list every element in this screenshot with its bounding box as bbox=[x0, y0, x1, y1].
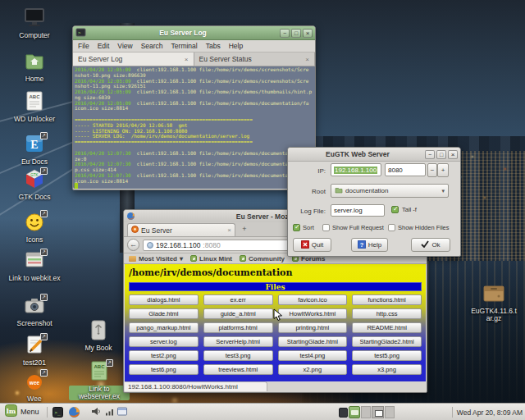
logfile-field[interactable]: server.log bbox=[331, 204, 385, 217]
file-link-button[interactable]: guide_a.html bbox=[203, 308, 273, 319]
dialog-titlebar[interactable]: EuGTK Web Server bbox=[288, 148, 460, 162]
workspace-2[interactable] bbox=[372, 406, 384, 418]
file-link-button[interactable]: functions.html bbox=[352, 294, 422, 305]
menu-item[interactable]: Edit bbox=[98, 42, 110, 50]
file-link-button[interactable]: test4.png bbox=[278, 350, 348, 361]
quit-button[interactable]: Quit bbox=[293, 238, 331, 252]
maximize-button[interactable] bbox=[436, 150, 446, 159]
file-link-button[interactable]: x3.png bbox=[352, 364, 422, 375]
desktop-icon-my-book[interactable]: My Book bbox=[75, 321, 121, 352]
check-icon bbox=[421, 240, 429, 249]
desktop-icon-eu-docs[interactable]: E Eu Docs bbox=[11, 135, 57, 166]
tab-close-icon[interactable]: × bbox=[185, 56, 189, 63]
tail-checkbox[interactable] bbox=[391, 206, 399, 213]
menu-item[interactable]: Terminal bbox=[171, 42, 198, 50]
file-link-button[interactable]: http.css bbox=[352, 308, 422, 319]
file-link-button[interactable]: test3.png bbox=[203, 350, 273, 361]
file-link-button[interactable]: favicon.ico bbox=[278, 294, 348, 305]
menu-item[interactable]: Help bbox=[229, 42, 243, 50]
file-link-button[interactable]: ex.err bbox=[203, 294, 273, 305]
desktop-icon-test201[interactable]: test201 bbox=[11, 336, 57, 367]
tail-label: Tail -f bbox=[402, 206, 417, 213]
desktop-icon-home[interactable]: Home bbox=[11, 52, 57, 83]
tab-close-icon[interactable]: × bbox=[305, 56, 309, 63]
minimize-button[interactable] bbox=[425, 150, 435, 159]
terminal-line: 2016/04/20 12:05:09 client:192.168.1.100… bbox=[75, 89, 313, 95]
desktop-icon-eugtk-archive[interactable]: EuGTK4.11.6.tar.gz bbox=[469, 284, 518, 322]
display-tray-icon[interactable] bbox=[117, 404, 127, 419]
sort-checkbox[interactable] bbox=[293, 224, 300, 231]
root-folder-dropdown[interactable]: documentation bbox=[331, 184, 449, 198]
back-button[interactable] bbox=[127, 239, 139, 251]
file-link-button[interactable]: StartingGlade.html bbox=[278, 336, 348, 347]
menu-item[interactable]: Tabs bbox=[206, 42, 221, 50]
file-link-button[interactable]: test2.png bbox=[129, 350, 199, 361]
terminal-output[interactable]: 2016/04/20 12:05:09 client:192.168.1.100… bbox=[73, 66, 315, 189]
desktop-icon-gtk-docs[interactable]: GTK GTK Docs bbox=[11, 170, 57, 201]
minimize-button[interactable] bbox=[280, 29, 290, 38]
tab-eu-server-log[interactable]: Eu Server Log× bbox=[73, 52, 194, 66]
file-link-button[interactable]: README.html bbox=[352, 322, 422, 333]
workspace-1[interactable] bbox=[361, 406, 371, 418]
desktop-icon-wee[interactable]: wee Wee bbox=[11, 372, 57, 403]
network-signal-icon[interactable] bbox=[105, 404, 114, 419]
help-button[interactable]: ? Help bbox=[351, 238, 388, 252]
window-list-terminal[interactable] bbox=[339, 408, 348, 418]
port-increment-button[interactable]: + bbox=[437, 163, 449, 177]
file-link-button[interactable]: ServerHelp.html bbox=[203, 336, 273, 347]
workspace-3[interactable] bbox=[385, 406, 395, 418]
shortcut-arrow-badge bbox=[40, 132, 48, 139]
file-link-button[interactable]: treeviews.html bbox=[203, 364, 273, 375]
desktop-icon-wd-unlocker[interactable]: ABC WD Unlocker bbox=[11, 92, 57, 123]
file-link-button[interactable]: printing.html bbox=[278, 322, 348, 333]
file-link-button[interactable]: platforms.html bbox=[203, 322, 273, 333]
file-link-button[interactable]: pango_markup.html bbox=[129, 322, 199, 333]
desktop-icon-link-to-webserver[interactable]: ABC Link to webserver.ex bbox=[69, 362, 130, 400]
desktop-icon-link-to-webkit[interactable]: Link to webkit.ex bbox=[7, 251, 62, 282]
shortcut-arrow-badge bbox=[40, 333, 48, 340]
bookmark-community[interactable]: Community bbox=[240, 255, 285, 262]
terminal-line: icon.ico size:8814 bbox=[75, 106, 313, 112]
port-decrement-button[interactable]: − bbox=[427, 163, 437, 177]
terminal-launcher[interactable]: >_ bbox=[52, 407, 63, 418]
close-button[interactable] bbox=[448, 150, 458, 159]
terminal-titlebar[interactable]: > Eu Server Log bbox=[73, 26, 315, 40]
file-link-button[interactable]: test6.png bbox=[129, 364, 199, 375]
file-link-button[interactable]: StartingGlade2.html bbox=[352, 336, 422, 347]
desktop-icon-screenshot[interactable]: Screenshot bbox=[11, 296, 57, 327]
close-button[interactable] bbox=[303, 29, 313, 38]
file-link-button[interactable]: dialogs.html bbox=[129, 294, 199, 305]
file-link-button[interactable]: Glade.html bbox=[129, 308, 199, 319]
mint-leaf-icon bbox=[190, 255, 197, 262]
tab-close-icon[interactable]: × bbox=[227, 226, 231, 234]
menu-item[interactable]: Search bbox=[141, 42, 163, 50]
folder-icon bbox=[129, 256, 136, 262]
menu-item[interactable]: View bbox=[117, 42, 132, 50]
file-link-button[interactable]: server.log bbox=[129, 336, 199, 347]
maximize-button[interactable] bbox=[291, 29, 301, 38]
full-request-checkbox[interactable] bbox=[322, 224, 330, 231]
firefox-launcher[interactable] bbox=[68, 406, 80, 418]
hidden-files-checkbox[interactable] bbox=[388, 224, 395, 231]
bookmark-linux-mint[interactable]: Linux Mint bbox=[190, 255, 232, 262]
tab-eu-server-status[interactable]: Eu Server Status× bbox=[194, 52, 316, 66]
file-link-button[interactable]: HowItWorks.html bbox=[278, 308, 348, 319]
port-field[interactable]: 8080 bbox=[385, 163, 426, 176]
new-tab-button[interactable]: + bbox=[238, 225, 251, 235]
terminal-window: > Eu Server Log FileEditViewSearchTermin… bbox=[72, 25, 316, 190]
desktop-icon-computer[interactable]: Computer bbox=[11, 8, 57, 39]
chevron-down-icon bbox=[180, 255, 183, 262]
file-link-button[interactable]: test5.png bbox=[352, 350, 422, 361]
browser-tab-eu-server[interactable]: Eu Server × bbox=[127, 223, 235, 236]
menu-button[interactable]: lm Menu bbox=[0, 404, 44, 420]
bookmark-most-visited[interactable]: Most Visited bbox=[129, 255, 183, 262]
volume-icon[interactable] bbox=[91, 404, 102, 419]
chevron-down-icon bbox=[441, 188, 445, 194]
window-list-active-folder[interactable] bbox=[349, 406, 360, 418]
ip-field[interactable]: 192.168.1.100 bbox=[331, 163, 381, 176]
clock[interactable]: Wed Apr 20, 8:09 AM bbox=[457, 404, 523, 420]
file-link-button[interactable]: x2.png bbox=[278, 364, 348, 375]
ok-button[interactable]: Ok bbox=[411, 238, 450, 252]
desktop-icon-icons[interactable]: Icons bbox=[11, 212, 57, 244]
menu-item[interactable]: File bbox=[78, 42, 89, 50]
